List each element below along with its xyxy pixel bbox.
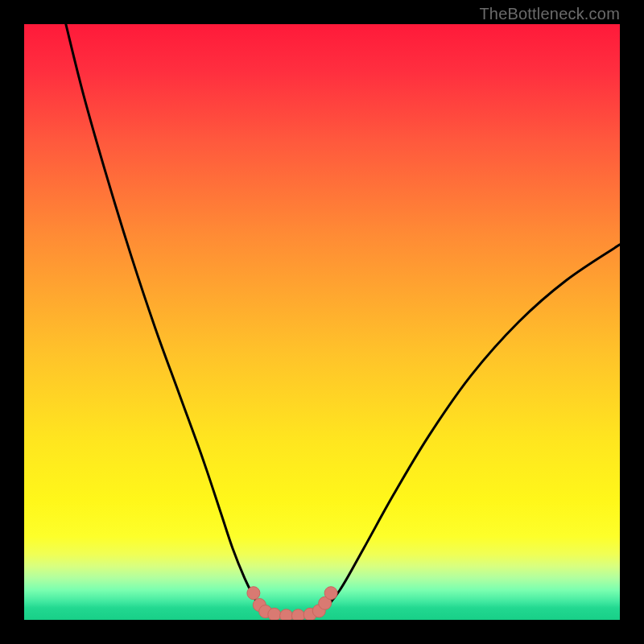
valley-marker [291,609,304,620]
valley-marker [324,587,337,600]
chart-frame: TheBottleneck.com [0,0,644,644]
valley-markers [247,587,337,620]
bottleneck-curve [66,24,620,617]
valley-marker [268,608,281,620]
valley-marker [280,609,293,620]
valley-marker [247,587,260,600]
watermark-text: TheBottleneck.com [479,5,620,23]
curve-layer [24,24,620,620]
plot-area [24,24,620,620]
